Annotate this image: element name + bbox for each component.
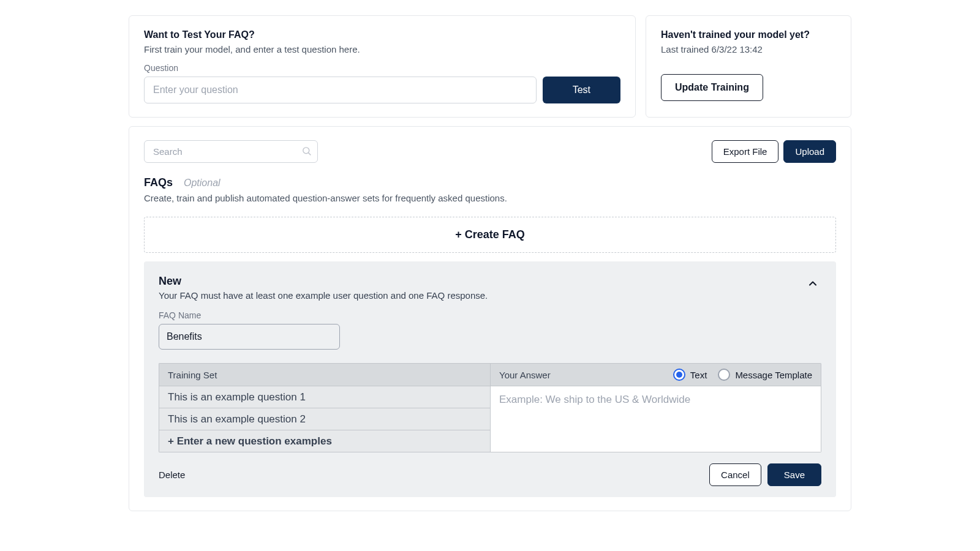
radio-unselected-icon [718, 369, 730, 381]
update-training-button[interactable]: Update Training [661, 74, 763, 101]
question-field-label: Question [144, 63, 620, 73]
training-set-header: Training Set [159, 363, 490, 386]
train-card-title: Haven't trained your model yet? [661, 29, 836, 40]
your-answer-header: Your Answer [499, 370, 551, 380]
question-input[interactable] [144, 77, 537, 103]
answer-type-text-radio[interactable]: Text [673, 369, 707, 381]
training-question-row[interactable]: This is an example question 2 [159, 408, 490, 430]
training-question-row[interactable]: This is an example question 1 [159, 386, 490, 408]
search-icon [301, 146, 312, 158]
test-card-title: Want to Test Your FAQ? [144, 29, 620, 40]
faq-panel-subtitle: Your FAQ must have at least one example … [159, 290, 488, 301]
export-file-button[interactable]: Export File [712, 140, 779, 163]
test-button[interactable]: Test [543, 77, 620, 103]
faqs-section-description: Create, train and publish automated ques… [144, 193, 836, 203]
faq-panel-title: New [159, 275, 488, 288]
radio-template-label: Message Template [735, 370, 812, 380]
answer-type-template-radio[interactable]: Message Template [718, 369, 812, 381]
faq-name-label: FAQ Name [159, 310, 821, 320]
search-input[interactable] [144, 140, 318, 163]
faq-name-input[interactable] [159, 324, 340, 350]
test-faq-card: Want to Test Your FAQ? First train your … [129, 15, 636, 118]
train-card-subtitle: Last trained 6/3/22 13:42 [661, 44, 836, 54]
answer-textarea[interactable]: Example: We ship to the US & Worldwide [490, 386, 821, 452]
radio-selected-icon [673, 369, 685, 381]
delete-faq-button[interactable]: Delete [159, 470, 185, 480]
faqs-section-title: FAQs [144, 176, 173, 189]
test-card-subtitle: First train your model, and enter a test… [144, 44, 620, 54]
cancel-button[interactable]: Cancel [709, 463, 761, 486]
train-model-card: Haven't trained your model yet? Last tra… [646, 15, 851, 118]
radio-text-label: Text [690, 370, 707, 380]
save-button[interactable]: Save [767, 463, 821, 486]
faqs-main-card: Export File Upload FAQs Optional Create,… [129, 126, 851, 511]
collapse-panel-button[interactable] [804, 275, 821, 294]
svg-line-1 [309, 152, 311, 154]
create-faq-button[interactable]: + Create FAQ [144, 217, 836, 253]
faqs-optional-label: Optional [184, 178, 221, 189]
chevron-up-icon [807, 281, 819, 291]
upload-button[interactable]: Upload [783, 140, 836, 163]
faq-edit-panel: New Your FAQ must have at least one exam… [144, 261, 836, 497]
add-question-button[interactable]: + Enter a new question examples [159, 430, 490, 452]
